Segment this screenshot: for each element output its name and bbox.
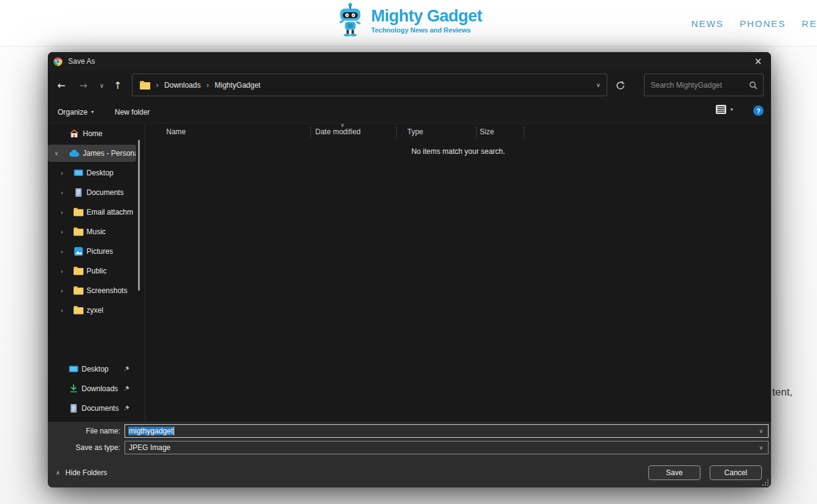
sidebar-item-zyxel[interactable]: › zyxel bbox=[48, 300, 145, 320]
column-header-type[interactable]: Type bbox=[407, 128, 423, 136]
documents-icon bbox=[69, 403, 79, 413]
resize-grip[interactable] bbox=[762, 479, 769, 486]
sidebar-item-desktop[interactable]: › Desktop bbox=[48, 163, 145, 183]
new-folder-label: New folder bbox=[115, 108, 150, 116]
page-clipped-text: tent, bbox=[772, 386, 792, 399]
sidebar-item-label: Music bbox=[86, 227, 105, 236]
pin-icon bbox=[123, 385, 130, 392]
file-name-value: migthygadget bbox=[128, 427, 174, 435]
dialog-main: Home ∨ James - Persona › Desktop › bbox=[48, 124, 771, 422]
site-header: Mighty Gadget Technology News and Review… bbox=[0, 0, 817, 47]
pin-icon bbox=[123, 405, 130, 412]
chevron-right-icon[interactable]: › bbox=[58, 208, 66, 216]
documents-icon bbox=[74, 188, 83, 197]
sidebar-pinned-downloads[interactable]: Downloads bbox=[48, 379, 145, 399]
forward-button[interactable]: → bbox=[76, 78, 91, 93]
column-header-name[interactable]: Name bbox=[166, 128, 186, 136]
chevron-right-icon[interactable]: › bbox=[58, 169, 66, 177]
sidebar-item-label: James - Persona bbox=[83, 149, 136, 158]
column-divider[interactable] bbox=[310, 126, 311, 137]
save-button[interactable]: Save bbox=[648, 465, 700, 480]
address-dropdown-chevron[interactable]: ∨ bbox=[596, 82, 600, 88]
sidebar-item-pictures[interactable]: › Pictures bbox=[48, 242, 145, 261]
site-tagline: Technology News and Reviews bbox=[371, 26, 482, 34]
column-divider[interactable] bbox=[396, 126, 397, 137]
pin-icon bbox=[123, 365, 130, 373]
help-button[interactable]: ? bbox=[753, 105, 764, 116]
sidebar-item-label: Downloads bbox=[82, 384, 118, 393]
back-button[interactable]: ← bbox=[54, 78, 69, 93]
chevron-right-icon[interactable]: › bbox=[58, 248, 66, 256]
sidebar-pinned-documents[interactable]: Documents bbox=[48, 399, 145, 418]
caret-down-icon: ▾ bbox=[731, 107, 733, 112]
site-logo[interactable]: Mighty Gadget Technology News and Review… bbox=[334, 1, 482, 40]
sidebar-item-documents[interactable]: › Documents bbox=[48, 183, 145, 202]
column-header-size[interactable]: Size bbox=[480, 128, 494, 136]
save-as-dialog: Save As × ← → ∨ ↑ › Downloads › MightyGa… bbox=[48, 52, 771, 487]
nav-link-reviews[interactable]: REVI bbox=[802, 18, 817, 29]
sidebar-item-public[interactable]: › Public bbox=[48, 261, 145, 281]
sidebar-section-gap bbox=[48, 340, 145, 359]
sidebar-item-screenshots[interactable]: › Screenshots bbox=[48, 281, 145, 300]
text-caret bbox=[174, 427, 174, 435]
sidebar-item-home[interactable]: Home bbox=[48, 124, 145, 143]
sidebar-item-label: Desktop bbox=[86, 169, 113, 177]
search-box[interactable]: Search MightyGadget bbox=[644, 74, 764, 96]
breadcrumb-separator: › bbox=[156, 81, 159, 90]
search-icon[interactable] bbox=[749, 81, 758, 90]
sidebar-item-music[interactable]: › Music bbox=[48, 222, 145, 242]
folder-icon bbox=[140, 81, 150, 90]
folder-icon bbox=[74, 207, 83, 217]
history-chevron-button[interactable]: ∨ bbox=[94, 78, 109, 93]
breadcrumb-mightygadget[interactable]: MightyGadget bbox=[215, 81, 261, 90]
close-button[interactable]: × bbox=[748, 52, 769, 71]
sidebar-item-label: Documents bbox=[86, 188, 124, 197]
save-as-type-value: JPEG Image bbox=[129, 443, 171, 452]
breadcrumb-downloads[interactable]: Downloads bbox=[164, 81, 201, 90]
chevron-right-icon[interactable]: › bbox=[58, 267, 66, 275]
chevron-down-icon[interactable]: ∨ bbox=[53, 150, 60, 156]
new-folder-button[interactable]: New folder bbox=[115, 100, 150, 124]
column-header-date-modified[interactable]: Date modified bbox=[315, 128, 361, 136]
chevron-right-icon[interactable]: › bbox=[58, 287, 66, 295]
chevron-down-icon[interactable]: ∨ bbox=[759, 445, 763, 451]
dialog-titlebar[interactable]: Save As × bbox=[48, 52, 771, 71]
sidebar-section-gap bbox=[48, 320, 145, 340]
chrome-icon bbox=[53, 57, 63, 66]
cancel-button[interactable]: Cancel bbox=[710, 465, 762, 480]
refresh-button[interactable] bbox=[612, 77, 628, 93]
nav-link-phones[interactable]: PHONES bbox=[740, 18, 786, 29]
address-bar[interactable]: › Downloads › MightyGadget ∨ bbox=[132, 74, 607, 96]
sidebar-item-label: Public bbox=[86, 267, 107, 275]
sidebar-item-label: Screenshots bbox=[86, 286, 128, 295]
hide-folders-button[interactable]: ∧ Hide Folders bbox=[56, 465, 107, 480]
file-name-label: File name: bbox=[53, 427, 120, 435]
folder-icon bbox=[74, 305, 83, 315]
sidebar-item-label: Pictures bbox=[86, 247, 113, 256]
sidebar-item-onedrive[interactable]: ∨ James - Persona bbox=[48, 143, 145, 163]
save-as-type-select[interactable]: JPEG Image ∨ bbox=[125, 441, 769, 454]
organize-button[interactable]: Organize ▾ bbox=[58, 100, 94, 124]
file-name-input[interactable]: migthygadget ∨ bbox=[125, 424, 769, 438]
site-title: Mighty Gadget bbox=[371, 7, 482, 26]
chevron-right-icon[interactable]: › bbox=[58, 228, 66, 236]
hide-folders-label: Hide Folders bbox=[66, 468, 107, 477]
sidebar-scrollbar[interactable] bbox=[138, 140, 140, 291]
chevron-right-icon[interactable]: › bbox=[58, 307, 66, 315]
column-divider[interactable] bbox=[476, 126, 477, 137]
sidebar-item-email-attachments[interactable]: › Email attachm bbox=[48, 202, 145, 222]
sidebar-pinned-desktop[interactable]: Desktop bbox=[48, 359, 145, 379]
home-icon bbox=[69, 129, 79, 139]
chevron-down-icon[interactable]: ∨ bbox=[759, 428, 763, 434]
save-as-type-label: Save as type: bbox=[53, 443, 120, 452]
empty-results-message: No items match your search. bbox=[145, 147, 771, 156]
search-placeholder: Search MightyGadget bbox=[651, 81, 722, 90]
up-button[interactable]: ↑ bbox=[110, 78, 125, 93]
nav-link-news[interactable]: NEWS bbox=[691, 18, 724, 29]
chevron-right-icon[interactable]: › bbox=[58, 189, 66, 197]
dialog-title: Save As bbox=[68, 57, 95, 66]
folder-icon bbox=[74, 227, 83, 237]
column-divider[interactable] bbox=[524, 126, 524, 137]
folder-sidebar: Home ∨ James - Persona › Desktop › bbox=[48, 124, 145, 422]
view-mode-button[interactable]: ▾ bbox=[716, 105, 733, 114]
